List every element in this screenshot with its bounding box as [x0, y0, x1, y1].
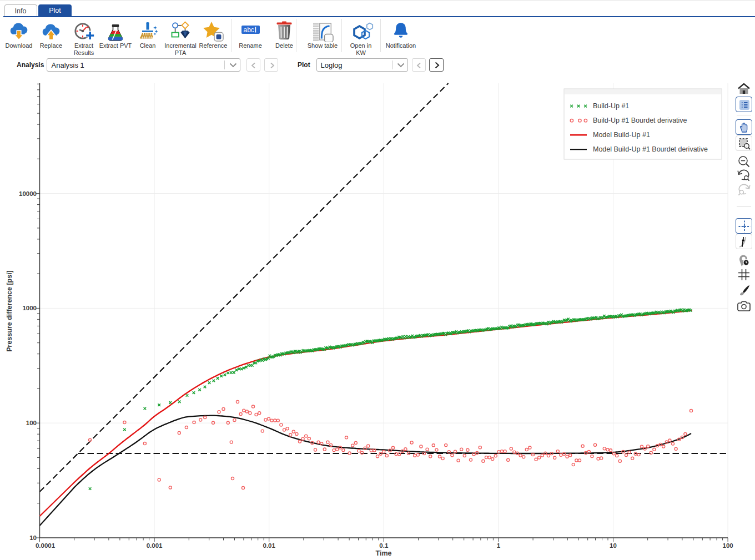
svg-text:1000: 1000: [22, 305, 37, 311]
svg-text:0.1: 0.1: [379, 542, 389, 549]
svg-text:100: 100: [723, 542, 733, 549]
svg-text:0.0001: 0.0001: [36, 542, 56, 549]
svg-text:0.001: 0.001: [147, 542, 163, 549]
svg-text:100: 100: [26, 420, 37, 426]
svg-text:0.01: 0.01: [263, 542, 276, 549]
svg-text:Model Build-Up #1 Bourdet deri: Model Build-Up #1 Bourdet derivative: [593, 145, 708, 153]
svg-text:10000: 10000: [19, 190, 37, 197]
svg-text:10: 10: [610, 542, 617, 549]
svg-text:1: 1: [497, 542, 501, 549]
svg-text:Build-Up #1 Bourdet derivative: Build-Up #1 Bourdet derivative: [593, 117, 687, 124]
svg-text:Model Build-Up #1: Model Build-Up #1: [593, 131, 650, 139]
svg-text:10: 10: [29, 534, 37, 541]
svg-text:Pressure difference [psi]: Pressure difference [psi]: [6, 270, 13, 352]
svg-text:Time: Time: [376, 549, 392, 557]
svg-text:Build-Up #1: Build-Up #1: [593, 102, 629, 110]
